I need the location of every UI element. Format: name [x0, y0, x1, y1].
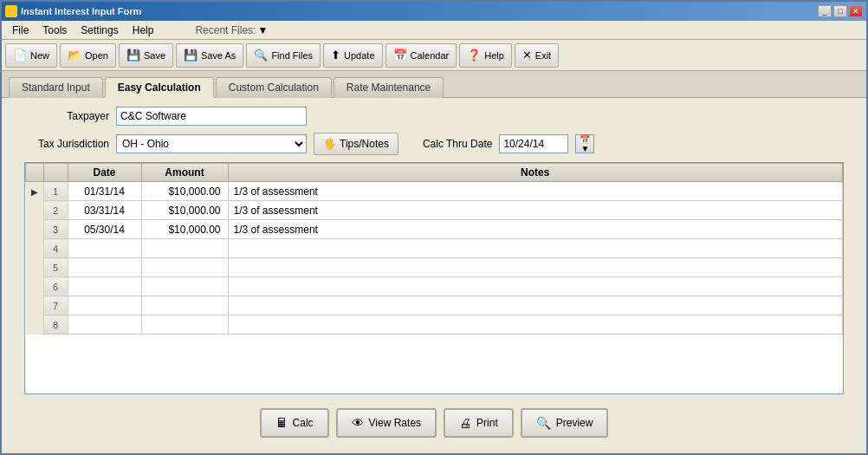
entry-table: Date Amount Notes ▶101/31/14$10,000.001/… [25, 163, 843, 335]
main-content: Taxpayer Tax Jurisdiction OH - Ohio 🖐 Ti… [2, 98, 866, 453]
row-amount[interactable] [141, 239, 228, 258]
row-notes[interactable] [228, 315, 843, 335]
preview-button[interactable]: 🔍 Preview [521, 408, 609, 438]
row-date[interactable] [68, 258, 141, 277]
print-icon: 🖨 [459, 416, 471, 430]
row-date[interactable] [68, 277, 141, 296]
open-icon: 📂 [68, 49, 81, 62]
taxpayer-input[interactable] [116, 107, 307, 126]
maximize-button[interactable]: □ [833, 5, 847, 17]
row-number: 3 [43, 220, 68, 239]
row-number: 2 [43, 201, 68, 220]
current-row-arrow: ▶ [31, 187, 38, 197]
row-arrow-cell [26, 315, 44, 335]
row-notes[interactable]: 1/3 of assessment [228, 182, 843, 201]
table-row[interactable]: ▶101/31/14$10,000.001/3 of assessment [26, 182, 843, 201]
jurisdiction-row: Tax Jurisdiction OH - Ohio 🖐 Tips/Notes … [14, 133, 854, 155]
row-amount[interactable]: $10,000.00 [141, 201, 228, 220]
calc-button[interactable]: 🖩 Calc [260, 408, 329, 438]
open-button[interactable]: 📂 Open [60, 43, 116, 68]
table-row[interactable]: 5 [26, 258, 843, 277]
calendar-small-icon: 📅▼ [576, 134, 593, 153]
table-row[interactable]: 305/30/14$10,000.001/3 of assessment [26, 220, 843, 239]
minimize-button[interactable]: _ [818, 5, 832, 17]
row-date[interactable] [68, 315, 141, 335]
menu-settings[interactable]: Settings [74, 23, 125, 38]
app-icon: ⚡ [5, 5, 17, 17]
row-arrow-cell [26, 220, 44, 239]
calc-thru-date-input[interactable] [499, 134, 568, 153]
menu-tools[interactable]: Tools [36, 23, 74, 38]
tab-custom-calculation[interactable]: Custom Calculation [216, 77, 332, 98]
row-amount[interactable] [141, 277, 228, 296]
save-button[interactable]: 💾 Save [119, 43, 173, 68]
calc-icon: 🖩 [275, 416, 288, 430]
table-row[interactable]: 8 [26, 315, 843, 335]
row-number: 4 [43, 239, 68, 258]
recent-files-label: Recent Files: [195, 24, 256, 36]
data-table-container: Date Amount Notes ▶101/31/14$10,000.001/… [24, 162, 844, 394]
row-arrow-cell [26, 277, 44, 296]
row-date[interactable]: 01/31/14 [68, 182, 141, 201]
jurisdiction-label: Tax Jurisdiction [14, 138, 109, 150]
taxpayer-row: Taxpayer [14, 107, 854, 126]
toolbar: 📄 New 📂 Open 💾 Save 💾 Save As 🔍 Find Fil… [2, 40, 866, 71]
calendar-icon: 📅 [393, 49, 407, 62]
table-scroll-area[interactable]: Date Amount Notes ▶101/31/14$10,000.001/… [25, 163, 843, 393]
save-as-button[interactable]: 💾 Save As [176, 43, 243, 68]
new-button[interactable]: 📄 New [5, 43, 57, 68]
tab-rate-maintenance[interactable]: Rate Maintenance [334, 77, 444, 98]
window-controls: _ □ ✕ [818, 5, 863, 17]
row-number: 8 [43, 315, 68, 335]
exit-button[interactable]: ✕ Exit [515, 43, 559, 68]
tab-standard-input[interactable]: Standard Input [9, 77, 103, 98]
calendar-button[interactable]: 📅 Calendar [385, 43, 457, 68]
table-row[interactable]: 6 [26, 277, 843, 296]
tips-notes-button[interactable]: 🖐 Tips/Notes [314, 133, 398, 155]
print-button[interactable]: 🖨 Print [444, 408, 514, 438]
row-date[interactable]: 03/31/14 [68, 201, 141, 220]
main-window: ⚡ Instant Interest Input Form _ □ ✕ File… [0, 0, 868, 455]
row-arrow-cell [26, 239, 44, 258]
row-notes[interactable] [228, 277, 843, 296]
row-number: 1 [43, 182, 68, 201]
view-rates-icon: 👁 [352, 416, 364, 430]
help-button[interactable]: ❓ Help [459, 43, 512, 68]
row-notes[interactable]: 1/3 of assessment [228, 201, 843, 220]
row-amount[interactable] [141, 315, 228, 335]
menu-file[interactable]: File [5, 23, 36, 38]
close-button[interactable]: ✕ [849, 5, 863, 17]
row-number: 7 [43, 296, 68, 315]
date-picker-button[interactable]: 📅▼ [575, 134, 594, 153]
row-notes[interactable] [228, 239, 843, 258]
row-amount[interactable] [141, 258, 228, 277]
title-bar: ⚡ Instant Interest Input Form _ □ ✕ [2, 2, 866, 21]
update-button[interactable]: ⬆ Update [323, 43, 382, 68]
find-files-button[interactable]: 🔍 Find Files [246, 43, 321, 68]
table-row[interactable]: 7 [26, 296, 843, 315]
exit-icon: ✕ [522, 49, 532, 62]
row-amount[interactable] [141, 296, 228, 315]
row-notes[interactable] [228, 258, 843, 277]
preview-icon: 🔍 [536, 416, 551, 430]
row-date[interactable] [68, 239, 141, 258]
th-arrow [26, 164, 44, 182]
row-amount[interactable]: $10,000.00 [141, 220, 228, 239]
menu-help[interactable]: Help [126, 23, 161, 38]
recent-files-dropdown[interactable]: ▼ [257, 24, 268, 36]
table-row[interactable]: 4 [26, 239, 843, 258]
row-number: 6 [43, 277, 68, 296]
bottom-action-bar: 🖩 Calc 👁 View Rates 🖨 Print 🔍 Preview [14, 401, 854, 445]
taxpayer-label: Taxpayer [14, 110, 109, 122]
row-amount[interactable]: $10,000.00 [141, 182, 228, 201]
save-icon: 💾 [126, 49, 140, 62]
row-notes[interactable] [228, 296, 843, 315]
row-notes[interactable]: 1/3 of assessment [228, 220, 843, 239]
jurisdiction-select[interactable]: OH - Ohio [116, 134, 307, 153]
view-rates-button[interactable]: 👁 View Rates [336, 408, 437, 438]
row-date[interactable] [68, 296, 141, 315]
menu-bar: File Tools Settings Help Recent Files: ▼ [2, 21, 866, 40]
row-date[interactable]: 05/30/14 [68, 220, 141, 239]
table-row[interactable]: 203/31/14$10,000.001/3 of assessment [26, 201, 843, 220]
tab-easy-calculation[interactable]: Easy Calculation [105, 77, 214, 98]
